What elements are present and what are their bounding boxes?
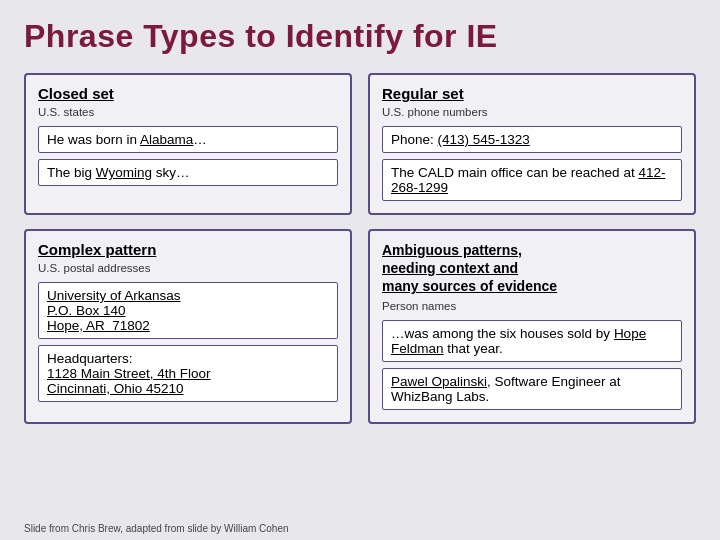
closed-set-item-2-highlight: Wyoming xyxy=(96,165,152,180)
complex-pattern-item-1-line3: Hope, AR 71802 xyxy=(47,318,150,333)
complex-pattern-item-1: University of Arkansas P.O. Box 140 Hope… xyxy=(38,282,338,339)
card-grid: Closed set U.S. states He was born in Al… xyxy=(24,73,696,424)
complex-pattern-item-2: Headquarters: 1128 Main Street, 4th Floo… xyxy=(38,345,338,402)
closed-set-title: Closed set xyxy=(38,85,338,102)
card-closed-set: Closed set U.S. states He was born in Al… xyxy=(24,73,352,215)
complex-pattern-item-2-line3: Cincinnati, Ohio 45210 xyxy=(47,381,184,396)
regular-set-item-2-highlight: 412-268-1299 xyxy=(391,165,665,195)
closed-set-subtitle: U.S. states xyxy=(38,106,338,118)
closed-set-item-1-highlight: Alabama xyxy=(140,132,193,147)
closed-set-item-2: The big Wyoming sky… xyxy=(38,159,338,186)
slide-footer: Slide from Chris Brew, adapted from slid… xyxy=(24,523,289,534)
ambiguous-patterns-item-1: …was among the six houses sold by Hope F… xyxy=(382,320,682,362)
regular-set-title: Regular set xyxy=(382,85,682,102)
slide: Phrase Types to Identify for IE Closed s… xyxy=(0,0,720,540)
card-regular-set: Regular set U.S. phone numbers Phone: (4… xyxy=(368,73,696,215)
closed-set-item-1: He was born in Alabama… xyxy=(38,126,338,153)
complex-pattern-item-1-line1: University of Arkansas xyxy=(47,288,181,303)
regular-set-item-1: Phone: (413) 545-1323 xyxy=(382,126,682,153)
complex-pattern-title: Complex pattern xyxy=(38,241,338,258)
ambiguous-patterns-item-1-highlight: Hope Feldman xyxy=(391,326,646,356)
regular-set-item-1-highlight: (413) 545-1323 xyxy=(438,132,530,147)
complex-pattern-subtitle: U.S. postal addresses xyxy=(38,262,338,274)
slide-title: Phrase Types to Identify for IE xyxy=(24,18,696,55)
regular-set-item-2: The CALD main office can be reached at 4… xyxy=(382,159,682,201)
card-complex-pattern: Complex pattern U.S. postal addresses Un… xyxy=(24,229,352,424)
ambiguous-patterns-item-2-highlight: Pawel Opalinski xyxy=(391,374,487,389)
ambiguous-patterns-item-2: Pawel Opalinski, Software Engineer at Wh… xyxy=(382,368,682,410)
regular-set-subtitle: U.S. phone numbers xyxy=(382,106,682,118)
complex-pattern-item-1-line2: P.O. Box 140 xyxy=(47,303,126,318)
ambiguous-patterns-title: Ambiguous patterns,needing context andma… xyxy=(382,241,682,296)
complex-pattern-item-2-line2: 1128 Main Street, 4th Floor xyxy=(47,366,211,381)
card-ambiguous-patterns: Ambiguous patterns,needing context andma… xyxy=(368,229,696,424)
ambiguous-patterns-subtitle: Person names xyxy=(382,300,682,312)
